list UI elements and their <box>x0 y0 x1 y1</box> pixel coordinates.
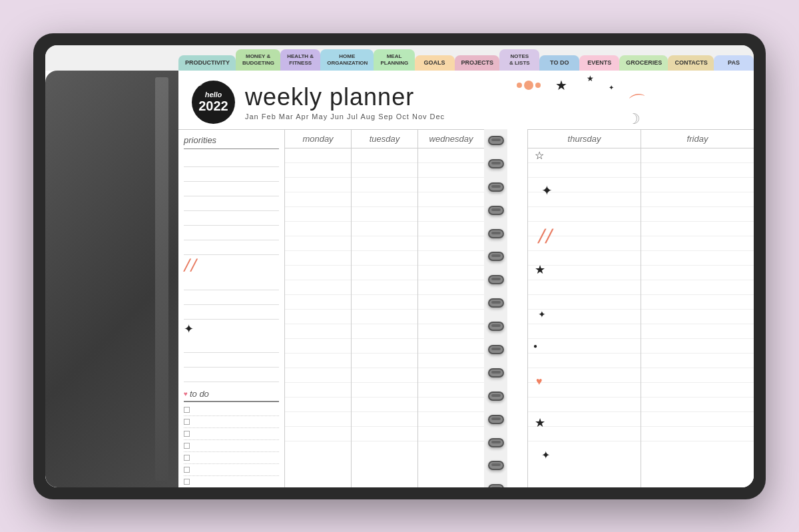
main-content: ☽ hello 2022 weekly planner Jan Feb Mar … <box>45 71 754 487</box>
day-line <box>285 207 351 222</box>
prio-line <box>184 182 279 196</box>
checkbox[interactable] <box>184 455 190 461</box>
tab-notes[interactable]: NOTES& LISTS <box>499 49 539 70</box>
todo-item <box>184 428 279 440</box>
day-line <box>418 368 484 383</box>
tab-contacts[interactable]: CONTACTS <box>668 55 714 71</box>
spiral-binding <box>484 129 507 487</box>
tab-events[interactable]: EVENTS <box>579 55 619 71</box>
day-line <box>418 310 484 324</box>
spiral-coil <box>488 368 504 378</box>
day-line <box>528 324 641 339</box>
day-line <box>641 310 754 324</box>
day-line <box>352 192 417 207</box>
prio-line <box>184 211 279 226</box>
day-line <box>352 339 417 354</box>
spiral-coil <box>488 298 504 308</box>
day-line <box>418 148 484 163</box>
wednesday-header: wednesday <box>418 130 484 148</box>
day-line <box>418 280 484 295</box>
day-line <box>352 236 417 251</box>
spiral-coil <box>488 229 504 238</box>
tab-pas[interactable]: PAS <box>714 55 754 71</box>
todo-item <box>184 452 279 464</box>
day-line <box>418 427 484 441</box>
tab-health[interactable]: HEALTH &FITNESS <box>280 49 320 70</box>
day-line <box>352 222 417 236</box>
todo-header: ♥ to do <box>184 389 279 402</box>
day-line <box>641 148 754 163</box>
day-line <box>285 383 351 398</box>
spiral-coil <box>488 182 504 192</box>
day-line <box>418 383 484 398</box>
wednesday-column: wednesday <box>418 130 484 487</box>
day-line <box>352 251 417 266</box>
tab-home[interactable]: HOMEORGANIZATION <box>320 49 374 70</box>
day-line <box>352 163 417 178</box>
day-line <box>285 324 351 339</box>
logo-circle: ☽ hello 2022 <box>192 81 235 124</box>
day-line <box>418 324 484 339</box>
tab-money[interactable]: MONEY &BUDGETING <box>236 49 280 70</box>
planner-header: ☽ hello 2022 weekly planner Jan Feb Mar … <box>178 71 754 129</box>
day-line <box>285 148 351 163</box>
slash-deco-right: ╱╱ <box>538 229 553 244</box>
tab-groceries[interactable]: GROCERIES <box>619 55 668 71</box>
checkbox[interactable] <box>184 479 190 485</box>
spiral-coil <box>488 484 504 487</box>
day-line <box>352 266 417 280</box>
spiral-coil <box>488 252 504 261</box>
monday-body <box>285 148 351 487</box>
day-line <box>285 266 351 280</box>
prio-line <box>184 240 279 255</box>
tab-goals[interactable]: GOALS <box>415 55 455 71</box>
day-line <box>418 398 484 412</box>
day-line <box>285 222 351 236</box>
checkbox[interactable] <box>184 431 190 437</box>
day-line <box>418 354 484 368</box>
day-line <box>418 236 484 251</box>
heart-icon: ♥ <box>184 390 188 398</box>
todo-section: ♥ to do <box>184 389 279 487</box>
day-line <box>641 280 754 295</box>
right-page-grid: thursday <box>528 129 754 487</box>
day-line <box>285 178 351 192</box>
tab-meal[interactable]: MEALPLANNING <box>374 49 414 70</box>
tuesday-column: tuesday <box>352 130 418 487</box>
day-line <box>641 222 754 236</box>
checkbox[interactable] <box>184 419 190 425</box>
star-deco-2: ★ <box>587 74 594 83</box>
day-line <box>352 295 417 310</box>
day-line <box>352 310 417 324</box>
tab-todo[interactable]: TO DO <box>539 55 579 71</box>
day-line <box>528 163 641 178</box>
star-right-5: ★ <box>535 415 545 430</box>
day-line <box>641 398 754 412</box>
todo-item <box>184 440 279 452</box>
day-line <box>641 339 754 354</box>
day-line <box>285 398 351 412</box>
tuesday-header: tuesday <box>352 130 417 148</box>
spiral-coil <box>488 438 504 447</box>
day-line <box>352 398 417 412</box>
day-line <box>352 178 417 192</box>
spiral-coil <box>488 322 504 331</box>
thursday-header: thursday <box>528 129 641 148</box>
priorities-header: priorities <box>184 135 279 149</box>
day-line <box>352 368 417 383</box>
day-line <box>352 383 417 398</box>
tab-projects[interactable]: PROJECTS <box>455 55 500 71</box>
day-line <box>418 178 484 192</box>
tab-productivity[interactable]: PRODUCTIVITY <box>178 55 236 71</box>
day-line <box>641 324 754 339</box>
checkbox[interactable] <box>184 467 190 473</box>
day-line <box>528 207 641 222</box>
prio-line <box>184 276 279 290</box>
day-line <box>418 412 484 427</box>
checkbox[interactable] <box>184 407 190 413</box>
prio-line <box>184 167 279 182</box>
day-line <box>528 368 641 383</box>
todo-item <box>184 476 279 487</box>
checkbox[interactable] <box>184 443 190 449</box>
star-right-3: ★ <box>535 262 545 277</box>
